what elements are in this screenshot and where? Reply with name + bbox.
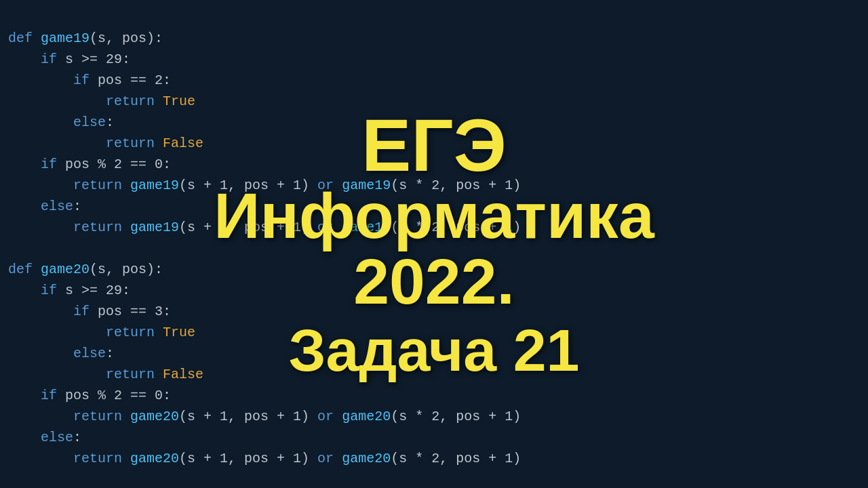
- code-background: def game19(s, pos): if s >= 29: if pos =…: [0, 0, 868, 488]
- code-display: def game19(s, pos): if s >= 29: if pos =…: [0, 7, 868, 488]
